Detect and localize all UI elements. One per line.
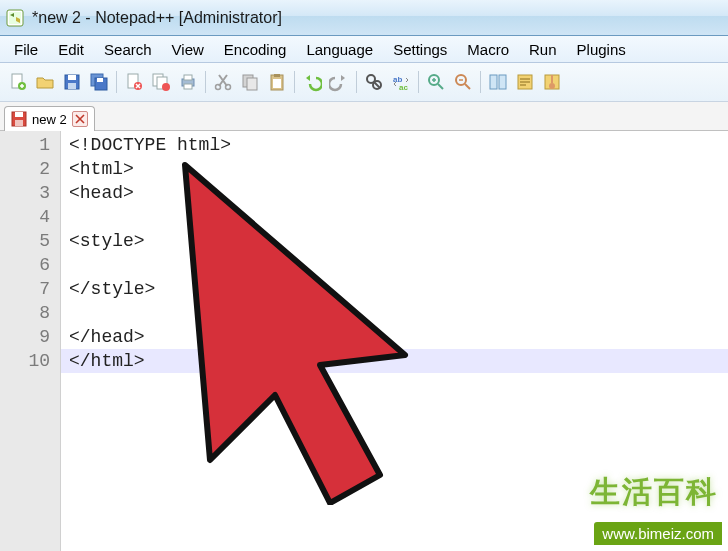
line-number: 1 — [0, 133, 60, 157]
toolbar-separator — [116, 71, 117, 93]
tab-label: new 2 — [32, 112, 67, 127]
open-file-icon[interactable] — [33, 70, 57, 94]
menu-settings[interactable]: Settings — [383, 39, 457, 60]
toolbar-separator — [418, 71, 419, 93]
code-line[interactable] — [61, 301, 728, 325]
line-number-gutter: 12345678910 — [0, 131, 61, 551]
zoom-out-icon[interactable] — [451, 70, 475, 94]
zoom-in-icon[interactable] — [424, 70, 448, 94]
menu-run[interactable]: Run — [519, 39, 567, 60]
save-icon[interactable] — [60, 70, 84, 94]
window-title: *new 2 - Notepad++ [Administrator] — [32, 9, 282, 27]
svg-point-14 — [162, 83, 170, 91]
line-number: 6 — [0, 253, 60, 277]
find-icon[interactable] — [362, 70, 386, 94]
replace-icon[interactable]: abac — [389, 70, 413, 94]
svg-rect-6 — [68, 83, 76, 89]
svg-rect-31 — [490, 75, 497, 89]
svg-rect-23 — [274, 74, 280, 77]
unsaved-file-icon — [11, 111, 27, 127]
code-line[interactable] — [61, 205, 728, 229]
line-number: 7 — [0, 277, 60, 301]
paste-icon[interactable] — [265, 70, 289, 94]
close-all-icon[interactable] — [149, 70, 173, 94]
code-line[interactable]: <style> — [61, 229, 728, 253]
svg-text:ac: ac — [399, 83, 408, 92]
svg-rect-37 — [15, 112, 23, 117]
svg-rect-32 — [499, 75, 506, 89]
code-line[interactable]: </html> — [61, 349, 728, 373]
toolbar: abac — [0, 63, 728, 102]
line-number: 5 — [0, 229, 60, 253]
cut-icon[interactable] — [211, 70, 235, 94]
menu-encoding[interactable]: Encoding — [214, 39, 297, 60]
tab-bar: new 2 — [0, 102, 728, 131]
menu-edit[interactable]: Edit — [48, 39, 94, 60]
toolbar-separator — [480, 71, 481, 93]
code-line[interactable] — [61, 253, 728, 277]
svg-rect-5 — [68, 75, 76, 80]
svg-rect-24 — [273, 79, 281, 88]
line-number: 9 — [0, 325, 60, 349]
menu-language[interactable]: Language — [296, 39, 383, 60]
code-line[interactable]: </style> — [61, 277, 728, 301]
code-line[interactable]: <html> — [61, 157, 728, 181]
svg-point-35 — [549, 83, 555, 89]
line-number: 2 — [0, 157, 60, 181]
redo-icon[interactable] — [327, 70, 351, 94]
svg-rect-17 — [184, 84, 192, 89]
close-tab-icon[interactable] — [72, 111, 88, 127]
code-line[interactable]: </head> — [61, 325, 728, 349]
svg-point-18 — [216, 85, 221, 90]
svg-point-19 — [226, 85, 231, 90]
sync-vscroll-icon[interactable] — [486, 70, 510, 94]
menu-bar: File Edit Search View Encoding Language … — [0, 36, 728, 63]
menu-search[interactable]: Search — [94, 39, 162, 60]
line-number: 10 — [0, 349, 60, 373]
menu-macro[interactable]: Macro — [457, 39, 519, 60]
code-line[interactable]: <!DOCTYPE html> — [61, 133, 728, 157]
svg-rect-38 — [15, 120, 23, 126]
new-file-icon[interactable] — [6, 70, 30, 94]
copy-icon[interactable] — [238, 70, 262, 94]
code-line[interactable]: <head> — [61, 181, 728, 205]
line-number: 3 — [0, 181, 60, 205]
line-number: 8 — [0, 301, 60, 325]
svg-rect-21 — [247, 78, 257, 90]
menu-view[interactable]: View — [162, 39, 214, 60]
toolbar-separator — [356, 71, 357, 93]
undo-icon[interactable] — [300, 70, 324, 94]
line-number: 4 — [0, 205, 60, 229]
close-file-icon[interactable] — [122, 70, 146, 94]
menu-file[interactable]: File — [4, 39, 48, 60]
wrap-icon[interactable] — [513, 70, 537, 94]
title-bar: *new 2 - Notepad++ [Administrator] — [0, 0, 728, 36]
toolbar-separator — [294, 71, 295, 93]
save-all-icon[interactable] — [87, 70, 111, 94]
app-icon — [6, 9, 24, 27]
watermark-url: www.bimeiz.com — [594, 522, 722, 545]
print-icon[interactable] — [176, 70, 200, 94]
show-all-chars-icon[interactable] — [540, 70, 564, 94]
svg-rect-9 — [97, 78, 103, 82]
toolbar-separator — [205, 71, 206, 93]
svg-rect-16 — [184, 75, 192, 80]
tab-new-2[interactable]: new 2 — [4, 106, 95, 131]
watermark-text: 生活百科 — [590, 472, 718, 513]
menu-plugins[interactable]: Plugins — [567, 39, 636, 60]
